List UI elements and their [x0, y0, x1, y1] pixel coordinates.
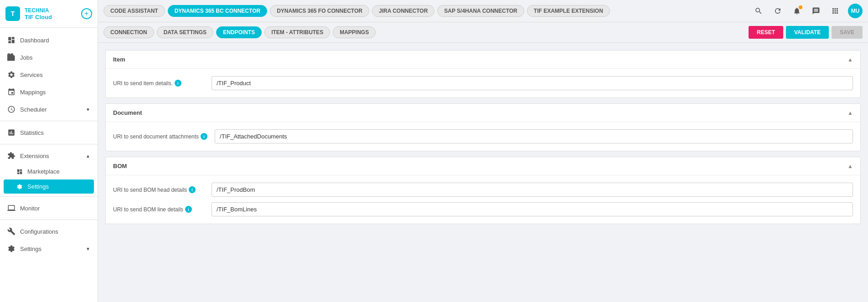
- logo-text: TECHNIA TIF Cloud: [25, 7, 52, 20]
- section-bom: BOM ▲ URI to send BOM head details i URI…: [105, 157, 861, 224]
- section-bom-header[interactable]: BOM ▲: [106, 157, 860, 175]
- search-button[interactable]: [752, 5, 765, 17]
- content-area: Item ▲ URI to send item details. i Docum…: [98, 43, 868, 302]
- section-document: Document ▲ URI to send document attachme…: [105, 103, 861, 151]
- marketplace-label: Marketplace: [27, 168, 60, 175]
- field-row-uri-document: URI to send document attachments i: [113, 129, 853, 143]
- field-label-bom-head: URI to send BOM head details i: [113, 186, 204, 193]
- input-uri-document[interactable]: [215, 129, 853, 143]
- sidebar-label-configurations: Configurations: [20, 228, 90, 235]
- section-item-body: URI to send item details. i: [106, 69, 860, 97]
- input-uri-item[interactable]: [212, 76, 853, 90]
- grid-button[interactable]: [829, 5, 842, 17]
- sidebar-item-ext-settings[interactable]: Settings: [4, 179, 94, 194]
- tab-tif-example[interactable]: TIF EXAMPLE EXTENSION: [527, 5, 610, 17]
- logo-sub: TIF Cloud: [25, 14, 52, 20]
- tab-connection[interactable]: CONNECTION: [103, 26, 154, 38]
- user-avatar[interactable]: MU: [848, 4, 863, 18]
- tab-dynamics-fo[interactable]: DYNAMICS 365 FO CONNECTOR: [270, 5, 369, 17]
- sidebar-label-jobs: Jobs: [20, 54, 90, 61]
- refresh-button[interactable]: [771, 5, 784, 17]
- info-icon-bom-head[interactable]: i: [189, 186, 196, 193]
- nav-divider-2: [0, 144, 98, 144]
- settings-chevron: ▼: [86, 246, 90, 251]
- sidebar-item-configurations[interactable]: Configurations: [0, 223, 98, 240]
- field-label-uri-document: URI to send document attachments i: [113, 133, 207, 140]
- logo-brand: TECHNIA: [25, 7, 52, 14]
- sidebar-label-monitor: Monitor: [20, 205, 90, 212]
- logo-icon: T: [5, 6, 20, 21]
- validate-button[interactable]: VALIDATE: [786, 26, 829, 39]
- tab-data-settings[interactable]: DATA SETTINGS: [157, 26, 213, 38]
- top-actions: MU: [752, 4, 863, 18]
- section-bom-title: BOM: [113, 163, 127, 169]
- notification-badge: [799, 5, 802, 9]
- ext-settings-label: Settings: [27, 183, 49, 190]
- sidebar: T TECHNIA TIF Cloud + Dashboard Jobs Ser…: [0, 0, 98, 302]
- section-item-header[interactable]: Item ▲: [106, 51, 860, 69]
- tab-mappings[interactable]: MAPPINGS: [333, 26, 376, 38]
- sidebar-item-services[interactable]: Services: [0, 66, 98, 83]
- tab-code-assistant[interactable]: CODE ASSISTANT: [103, 5, 165, 17]
- section-document-chevron: ▲: [847, 110, 853, 116]
- tab-item-attributes[interactable]: ITEM - ATTRIBUTES: [264, 26, 330, 38]
- sidebar-label-dashboard: Dashboard: [20, 37, 90, 44]
- notification-button[interactable]: [790, 5, 803, 17]
- nav-divider-3: [0, 196, 98, 197]
- sidebar-item-statistics[interactable]: Statistics: [0, 124, 98, 141]
- field-label-bom-line: URI to send BOM line details i: [113, 206, 204, 213]
- tab-sap[interactable]: SAP S/4HANA CONNECTOR: [437, 5, 524, 17]
- input-bom-line[interactable]: [212, 202, 853, 216]
- sidebar-label-extensions: Extensions: [20, 153, 81, 159]
- section-item-chevron: ▲: [847, 56, 853, 63]
- sidebar-item-marketplace[interactable]: Marketplace: [0, 164, 98, 179]
- tabs-row2: CONNECTION DATA SETTINGS ENDPOINTS ITEM …: [98, 22, 868, 43]
- sidebar-item-extensions[interactable]: Extensions ▲: [0, 147, 98, 164]
- section-bom-body: URI to send BOM head details i URI to se…: [106, 175, 860, 224]
- field-label-uri-item: URI to send item details. i: [113, 80, 204, 87]
- save-button: SAVE: [832, 26, 863, 39]
- sidebar-item-monitor[interactable]: Monitor: [0, 200, 98, 217]
- nav-divider-1: [0, 121, 98, 121]
- field-row-uri-item: URI to send item details. i: [113, 76, 853, 90]
- action-buttons: RESET VALIDATE SAVE: [749, 26, 863, 39]
- scheduler-chevron: ▼: [86, 107, 90, 112]
- chat-button[interactable]: [810, 5, 822, 17]
- sidebar-item-scheduler[interactable]: Scheduler ▼: [0, 101, 98, 118]
- section-document-body: URI to send document attachments i: [106, 122, 860, 151]
- sidebar-label-statistics: Statistics: [20, 129, 90, 136]
- section-item-title: Item: [113, 56, 125, 63]
- section-document-header[interactable]: Document ▲: [106, 104, 860, 122]
- field-row-bom-head: URI to send BOM head details i: [113, 183, 853, 197]
- sidebar-logo: T TECHNIA TIF Cloud +: [0, 0, 98, 28]
- sidebar-label-settings: Settings: [20, 246, 81, 252]
- tab-endpoints[interactable]: ENDPOINTS: [216, 26, 262, 38]
- add-button[interactable]: +: [81, 8, 92, 19]
- info-icon-bom-line[interactable]: i: [185, 206, 192, 213]
- extensions-chevron: ▲: [86, 154, 90, 159]
- sidebar-item-mappings[interactable]: Mappings: [0, 83, 98, 101]
- field-row-bom-line: URI to send BOM line details i: [113, 202, 853, 216]
- reset-button[interactable]: RESET: [749, 26, 783, 39]
- input-bom-head[interactable]: [212, 183, 853, 197]
- sidebar-label-mappings: Mappings: [20, 89, 90, 96]
- sidebar-label-scheduler: Scheduler: [20, 106, 81, 113]
- section-item: Item ▲ URI to send item details. i: [105, 50, 861, 98]
- sidebar-item-jobs[interactable]: Jobs: [0, 49, 98, 66]
- tab-dynamics-bc[interactable]: DYNAMICS 365 BC CONNECTOR: [168, 5, 267, 17]
- sidebar-item-settings[interactable]: Settings ▼: [0, 240, 98, 257]
- section-document-title: Document: [113, 109, 142, 116]
- nav-divider-4: [0, 220, 98, 220]
- main-content: CODE ASSISTANT DYNAMICS 365 BC CONNECTOR…: [98, 0, 868, 302]
- sidebar-item-dashboard[interactable]: Dashboard: [0, 31, 98, 49]
- sidebar-nav: Dashboard Jobs Services Mappings Schedul…: [0, 28, 98, 302]
- tab-jira[interactable]: JIRA CONNECTOR: [372, 5, 434, 17]
- tabs-row1: CODE ASSISTANT DYNAMICS 365 BC CONNECTOR…: [98, 0, 868, 22]
- section-bom-chevron: ▲: [847, 163, 853, 169]
- sidebar-label-services: Services: [20, 72, 90, 78]
- info-icon-uri-document[interactable]: i: [201, 133, 207, 140]
- info-icon-uri-item[interactable]: i: [175, 80, 181, 87]
